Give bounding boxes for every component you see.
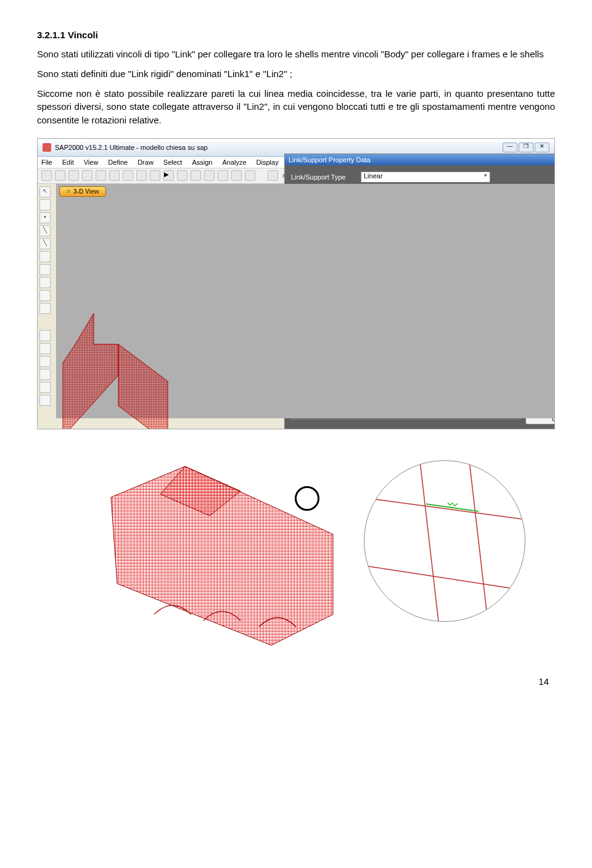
svg-marker-1	[118, 344, 168, 429]
tool-icon[interactable]	[39, 277, 51, 288]
svg-line-5	[364, 566, 525, 590]
snap-icon[interactable]	[39, 343, 51, 354]
3d-view-area[interactable]: ✕ 3-D View	[57, 184, 554, 418]
paragraph-1: Sono stati utilizzati vincoli di tipo "L…	[37, 48, 555, 61]
tool-icon[interactable]	[39, 199, 51, 210]
line-icon[interactable]: ╲	[39, 238, 51, 249]
model-perspective-figure	[80, 460, 339, 651]
snap-icon[interactable]	[39, 395, 51, 406]
toolbar-icon[interactable]	[41, 170, 52, 181]
zoom-icon[interactable]	[204, 170, 215, 181]
snap-icon[interactable]	[39, 382, 51, 393]
tool-icon[interactable]	[39, 264, 51, 275]
zoom-icon[interactable]	[177, 170, 187, 181]
dialog-title: Link/Support Property Data	[285, 154, 555, 165]
tool-icon[interactable]: •	[39, 212, 51, 223]
close-tab-icon[interactable]: ✕	[66, 188, 71, 195]
paragraph-2: Sono stati definiti due "Link rigidi" de…	[37, 67, 555, 81]
model-render	[57, 307, 242, 429]
svg-line-6	[420, 461, 438, 621]
menu-analyze[interactable]: Analyze	[222, 159, 246, 166]
zoom-icon[interactable]	[191, 170, 201, 181]
paragraph-3: Siccome non è stato possibile realizzare…	[37, 87, 555, 127]
tool-icon[interactable]	[39, 290, 51, 301]
callout-circle-icon	[295, 486, 319, 511]
toolbar-icon[interactable]	[82, 170, 92, 181]
toolbar-icon[interactable]	[96, 170, 106, 181]
line-icon[interactable]: ╲	[39, 225, 51, 236]
left-toolbar: ↖ • ╲ ╲	[38, 184, 57, 418]
menu-assign[interactable]: Assign	[192, 159, 212, 166]
snap-icon[interactable]	[39, 356, 51, 367]
page-number: 14	[37, 676, 555, 687]
svg-line-8	[426, 504, 479, 511]
maximize-icon[interactable]: ❐	[519, 143, 533, 152]
snap-icon[interactable]	[39, 330, 51, 341]
zoom-icon[interactable]	[231, 170, 242, 181]
svg-line-7	[469, 461, 488, 621]
svg-marker-0	[63, 313, 118, 429]
pan-icon[interactable]	[245, 170, 255, 181]
refresh-icon[interactable]	[136, 170, 147, 181]
minimize-icon[interactable]: —	[503, 143, 517, 152]
bottom-figures	[37, 460, 555, 651]
window-title: SAP2000 v15.2.1 Ultimate - modello chies…	[55, 144, 208, 151]
close-icon[interactable]: ✕	[535, 143, 549, 152]
menu-draw[interactable]: Draw	[138, 159, 154, 166]
menu-file[interactable]: File	[41, 159, 52, 166]
redo-icon[interactable]	[123, 170, 133, 181]
toolbar-icon[interactable]	[68, 170, 79, 181]
tool-icon[interactable]	[39, 303, 51, 314]
view-3d-icon[interactable]	[268, 170, 278, 181]
menu-select[interactable]: Select	[163, 159, 183, 166]
view-tab-3d[interactable]: ✕ 3-D View	[59, 186, 106, 197]
menu-display[interactable]: Display	[257, 159, 279, 166]
section-heading: 3.2.1.1 Vincoli	[37, 30, 555, 40]
link-detail-zoom-figure	[364, 460, 525, 622]
snap-icon[interactable]	[39, 369, 51, 380]
undo-icon[interactable]	[109, 170, 120, 181]
menu-edit[interactable]: Edit	[62, 159, 74, 166]
menu-define[interactable]: Define	[108, 159, 128, 166]
pointer-icon[interactable]: ↖	[39, 186, 51, 197]
run-icon[interactable]: ▶	[163, 170, 174, 181]
sap2000-screenshot: SAP2000 v15.2.1 Ultimate - modello chies…	[37, 138, 555, 429]
lock-icon[interactable]	[150, 170, 160, 181]
link-support-type-select[interactable]: Linear	[361, 172, 490, 183]
app-icon	[43, 143, 51, 152]
tool-icon[interactable]	[39, 251, 51, 262]
toolbar-icon[interactable]	[55, 170, 65, 181]
svg-line-4	[364, 498, 525, 519]
menu-view[interactable]: View	[84, 159, 99, 166]
zoom-icon[interactable]	[218, 170, 228, 181]
type-label: Link/Support Type	[291, 173, 356, 181]
